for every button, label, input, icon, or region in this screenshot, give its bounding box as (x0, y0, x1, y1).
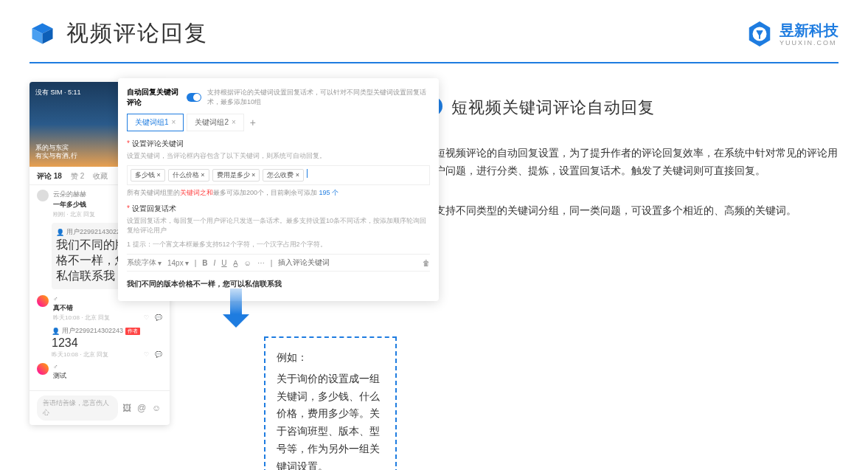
bold-button[interactable]: B (202, 259, 207, 267)
comment-icon[interactable]: 💬 (155, 314, 162, 321)
field-label: 设置回复话术 (127, 204, 430, 214)
settings-panel: 自动回复关键词评论 支持根据评论的关键词设置回复话术，可以针对不同类型关键词设置… (118, 78, 439, 301)
editor-toolbar: 系统字体 ▾ 14px ▾ | B I U A̲ ☺ ⋯ | 插入评论关键词 🗑 (127, 254, 430, 272)
hex-icon (746, 20, 774, 48)
heart-icon[interactable]: ♡ (144, 351, 149, 358)
editor-content[interactable]: 我们不同的版本价格不一样，您可以私信联系我 (127, 276, 430, 292)
bullet-item: 短视频评论的自动回复设置，为了提升作者的评论回复效率，在系统中针对常见的评论用户… (420, 145, 839, 180)
comment-icon[interactable]: 💬 (155, 351, 162, 358)
chip[interactable]: 什么价格 × (168, 169, 209, 182)
page-title: 视频评论回复 (66, 18, 208, 49)
color-button[interactable]: A̲ (233, 259, 238, 267)
at-icon[interactable]: @ (137, 403, 147, 413)
keyword-chips[interactable]: 多少钱 × 什么价格 × 费用是多少 × 怎么收费 × (127, 165, 430, 185)
chip[interactable]: 怎么收费 × (263, 169, 304, 182)
italic-button[interactable]: I (214, 259, 216, 267)
font-select[interactable]: 系统字体 ▾ (127, 258, 162, 268)
comment-input[interactable]: 善语结善缘，恶言伤人心 (37, 395, 118, 421)
size-select[interactable]: 14px ▾ (167, 259, 189, 267)
keyword-tab[interactable]: 关键词组1× (127, 114, 184, 131)
cube-icon (29, 21, 55, 46)
emoji-button[interactable]: ☺ (244, 259, 251, 267)
chip[interactable]: 费用是多少 × (212, 169, 260, 182)
image-icon[interactable]: 🖼 (122, 403, 133, 413)
avatar (37, 190, 49, 201)
avatar (37, 363, 49, 375)
heart-icon[interactable]: ♡ (144, 314, 149, 321)
field-label: 设置评论关键词 (127, 139, 430, 149)
comment-item: ♂测试 (37, 363, 162, 381)
chip[interactable]: 多少钱 × (131, 169, 165, 182)
switch-label: 自动回复关键词评论 (127, 87, 181, 108)
avatar (37, 295, 49, 307)
underline-button[interactable]: U (221, 259, 226, 267)
tab-favs[interactable]: 收藏 (93, 171, 108, 182)
toggle-switch[interactable] (187, 93, 201, 102)
bullet-item: 支持不同类型的关键词分组，同一类问题，可设置多个相近的、高频的关键词。 (420, 202, 839, 220)
brand-logo: 昱新科技 YUUXIN.COM (746, 20, 839, 48)
keyword-tab[interactable]: 关键词组2× (187, 114, 243, 131)
add-tab-button[interactable]: + (250, 117, 256, 128)
section-title: 短视频关键词评论自动回复 (451, 97, 655, 119)
tab-comments[interactable]: 评论 18 (37, 171, 62, 182)
example-callout: 例如： 关于询价的设置成一组关键词，多少钱、什么价格，费用多少等。关于咨询班型、… (264, 336, 397, 470)
emoji-icon[interactable]: ☺ (152, 403, 162, 413)
more-button[interactable]: ⋯ (257, 259, 265, 267)
insert-keyword-button[interactable]: 插入评论关键词 (278, 258, 330, 268)
tab-likes[interactable]: 赞 2 (71, 171, 84, 182)
delete-button[interactable]: 🗑 (423, 259, 430, 267)
arrow-down-icon (230, 288, 249, 328)
